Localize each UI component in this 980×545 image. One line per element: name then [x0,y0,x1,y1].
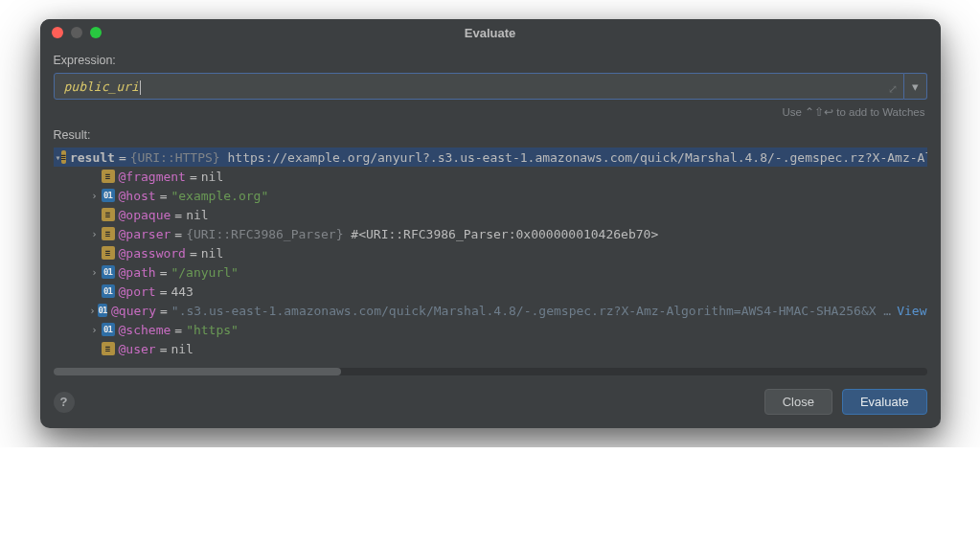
history-dropdown-button[interactable]: ▾ [904,73,927,100]
evaluate-button[interactable]: Evaluate [842,389,927,415]
object-badge-icon: ≡ [102,342,115,355]
primitive-badge-icon: 01 [98,304,107,317]
chevron-right-icon[interactable]: › [88,306,98,316]
object-badge-icon: ≡ [61,150,66,164]
tree-row[interactable]: › 01 @query = ".s3.us-east-1.amazonaws.c… [54,301,927,320]
object-badge-icon: ≡ [102,246,115,260]
expression-text: public_uri [64,79,139,94]
var-name: @user [119,342,156,356]
zoom-window-icon[interactable] [90,27,102,38]
chevron-right-icon[interactable]: › [88,325,102,335]
object-badge-icon: ≡ [102,227,115,240]
var-value: ".s3.us-east-1.amazonaws.com/quick/Marsh… [171,304,891,318]
var-value: "https" [186,323,239,337]
result-label: Result: [54,128,927,142]
tree-row[interactable]: ≡ @fragment = nil [54,167,927,186]
chevron-right-icon[interactable]: › [88,191,102,201]
tree-row[interactable]: 01 @port = 443 [54,282,927,301]
chevron-right-icon[interactable]: › [88,267,102,278]
var-value: https://example.org/anyurl?.s3.us-east-1… [228,150,927,165]
view-link[interactable]: View [897,304,926,318]
horizontal-scrollbar[interactable] [54,368,927,377]
var-name: @path [119,265,156,280]
var-name: @fragment [119,170,186,184]
var-value: #<URI::RFC3986_Parser:0x000000010426eb70… [351,227,658,241]
var-name: @parser [119,227,171,241]
titlebar[interactable]: Evaluate [40,19,941,46]
tree-row[interactable]: ≡ @password = nil [54,243,927,262]
chevron-right-icon[interactable]: › [88,229,102,239]
window-controls [52,27,102,38]
window-title: Evaluate [465,26,515,40]
watches-hint: Use ⌃⇧↩ to add to Watches [54,105,925,119]
var-name: @password [119,246,186,261]
var-name: @query [111,304,156,318]
object-badge-icon: ≡ [102,208,115,221]
expand-icon[interactable]: ⤢ [888,79,898,99]
var-name: @scheme [119,323,171,337]
tree-row[interactable]: › ≡ @parser = {URI::RFC3986_Parser} #<UR… [54,224,927,243]
close-window-icon[interactable] [52,27,63,38]
var-type: {URI::RFC3986_Parser} [186,227,343,241]
help-button[interactable]: ? [54,392,75,413]
tree-row[interactable]: › 01 @path = "/anyurl" [54,262,927,282]
scrollbar-thumb[interactable] [54,368,341,375]
chevron-down-icon: ▾ [912,79,919,94]
minimize-window-icon[interactable] [71,27,82,38]
result-tree[interactable]: ▾ ≡ result = {URI::HTTPS} https://exampl… [54,148,927,358]
tree-row[interactable]: › 01 @host = "example.org" [54,186,927,205]
var-value: nil [171,342,193,356]
var-value: "/anyurl" [171,265,238,280]
expression-label: Expression: [54,54,927,67]
close-button[interactable]: Close [764,389,832,415]
var-type: {URI::HTTPS} [130,150,220,165]
var-value: nil [201,246,223,261]
var-name: @host [119,189,156,203]
primitive-badge-icon: 01 [102,189,115,202]
var-value: 443 [171,284,193,299]
var-name: @opaque [119,208,171,222]
text-caret [140,80,141,95]
primitive-badge-icon: 01 [102,284,115,298]
var-value: nil [186,208,208,222]
tree-row[interactable]: › 01 @scheme = "https" [54,320,927,339]
primitive-badge-icon: 01 [102,323,115,336]
expression-input[interactable]: public_uri ⤢ [54,73,904,100]
object-badge-icon: ≡ [102,170,115,183]
var-name: @port [119,284,156,299]
tree-row[interactable]: ≡ @user = nil [54,339,927,358]
var-value: nil [201,170,223,184]
primitive-badge-icon: 01 [102,265,115,279]
var-value: "example.org" [171,189,268,203]
tree-row[interactable]: ≡ @opaque = nil [54,205,927,224]
tree-row-root[interactable]: ▾ ≡ result = {URI::HTTPS} https://exampl… [54,148,927,167]
evaluate-dialog: Evaluate Expression: public_uri ⤢ ▾ Use … [40,19,941,428]
var-name: result [70,150,115,165]
